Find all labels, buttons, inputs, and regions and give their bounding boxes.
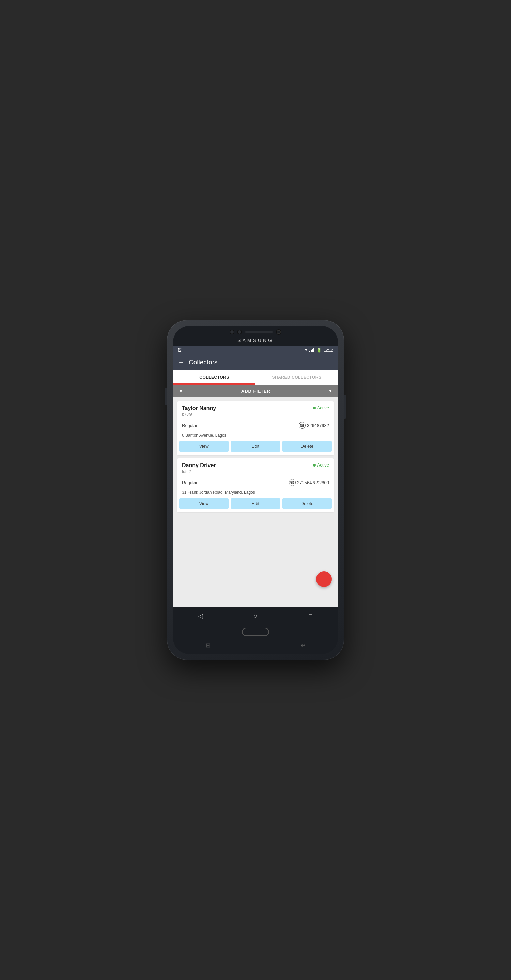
status-time: 12:12	[324, 348, 333, 352]
signal-bar-2	[311, 350, 312, 352]
collector-id-0: b78f9	[182, 412, 329, 417]
status-dot-0	[313, 407, 316, 409]
phone-number-1: 3725647892803	[297, 480, 329, 485]
battery-icon: 🔋	[316, 348, 322, 353]
delete-button-1[interactable]: Delete	[283, 498, 332, 509]
card-details-row-0: Regular ☎ 326487932	[182, 420, 329, 431]
status-badge-0: Active	[313, 405, 329, 410]
tabs-container: COLLECTORS SHARED COLLECTORS	[173, 370, 338, 385]
dropdown-arrow-icon: ▼	[328, 388, 332, 393]
card-actions-0: View Edit Delete	[177, 441, 334, 455]
app-header: ← Collectors	[173, 354, 338, 370]
status-left: 🖼	[178, 348, 182, 352]
home-nav-button[interactable]: ○	[249, 611, 262, 621]
recents-nav-button[interactable]: □	[303, 611, 317, 621]
bottom-right-icon: ↩	[301, 642, 305, 649]
page-title: Collectors	[189, 359, 217, 366]
bottom-left-icon: ⊟	[206, 642, 210, 649]
collector-address-1: 31 Frank Jordan Road, Maryland, Lagos	[182, 488, 329, 498]
collector-address-0: 6 Banton Avenue, Lagos	[182, 431, 329, 441]
filter-label: ADD FILTER	[186, 388, 326, 394]
collector-phone-0: ☎ 326487932	[299, 422, 329, 429]
status-right: ▾ 🔋 12:12	[305, 347, 333, 353]
status-bar: 🖼 ▾ 🔋 12:12	[173, 346, 338, 354]
card-actions-1: View Edit Delete	[177, 498, 334, 512]
camera	[276, 330, 281, 334]
view-button-1[interactable]: View	[179, 498, 228, 509]
home-bar[interactable]	[242, 628, 269, 636]
signal-bar-3	[312, 349, 313, 352]
collector-type-1: Regular	[182, 480, 198, 485]
bottom-nav: ◁ ○ □	[173, 608, 338, 624]
status-badge-1: Active	[313, 463, 329, 468]
card-header-0: Taylor Nanny Active	[182, 405, 329, 411]
filter-icon: ▼	[179, 388, 183, 394]
photo-icon: 🖼	[178, 348, 182, 352]
add-collector-fab[interactable]: +	[316, 571, 332, 587]
edit-button-0[interactable]: Edit	[231, 441, 280, 452]
dot-right	[238, 331, 241, 334]
status-label-0: Active	[317, 405, 329, 410]
screen: 🖼 ▾ 🔋 12:12 ← Collectors	[173, 346, 338, 624]
filter-bar[interactable]: ▼ ADD FILTER ▼	[173, 385, 338, 397]
collector-name-0: Taylor Nanny	[182, 405, 216, 411]
tab-shared-collectors[interactable]: SHARED COLLECTORS	[256, 370, 338, 385]
phone-icon-0: ☎	[299, 422, 306, 429]
phone-speaker	[245, 331, 273, 334]
dot-left	[230, 331, 234, 334]
card-details-row-1: Regular ☎ 3725647892803	[182, 477, 329, 488]
phone-bottom-extras: ⊟ ↩	[173, 641, 338, 654]
collector-id-1: fd5f2	[182, 469, 329, 474]
wifi-icon: ▾	[305, 347, 307, 353]
back-button[interactable]: ←	[178, 358, 185, 366]
view-button-0[interactable]: View	[179, 441, 228, 452]
status-dot-1	[313, 464, 316, 466]
phone-home-bar-area	[173, 624, 338, 641]
samsung-brand: SAMSUNG	[173, 337, 338, 346]
back-nav-button[interactable]: ◁	[194, 611, 208, 621]
signal-bars	[309, 348, 315, 352]
card-header-1: Danny Driver Active	[182, 463, 329, 469]
collector-name-1: Danny Driver	[182, 463, 216, 469]
phone-number-0: 326487932	[307, 423, 329, 428]
content-area: Taylor Nanny Active b78f9 Regular ☎ 3264…	[173, 397, 338, 608]
collector-card-1: Danny Driver Active fd5f2 Regular ☎ 3725…	[177, 458, 334, 512]
collector-type-0: Regular	[182, 423, 198, 428]
status-label-1: Active	[317, 463, 329, 468]
phone-top-bar	[173, 326, 338, 337]
delete-button-0[interactable]: Delete	[283, 441, 332, 452]
signal-bar-1	[309, 351, 310, 352]
phone-icon-1: ☎	[289, 479, 296, 486]
collector-card-0: Taylor Nanny Active b78f9 Regular ☎ 3264…	[177, 401, 334, 455]
signal-bar-4	[313, 348, 315, 352]
phone-inner: SAMSUNG 🖼 ▾ 🔋 12:12	[173, 326, 338, 654]
edit-button-1[interactable]: Edit	[231, 498, 280, 509]
collector-phone-1: ☎ 3725647892803	[289, 479, 329, 486]
tab-collectors[interactable]: COLLECTORS	[173, 370, 256, 385]
phone-device: SAMSUNG 🖼 ▾ 🔋 12:12	[167, 320, 344, 660]
